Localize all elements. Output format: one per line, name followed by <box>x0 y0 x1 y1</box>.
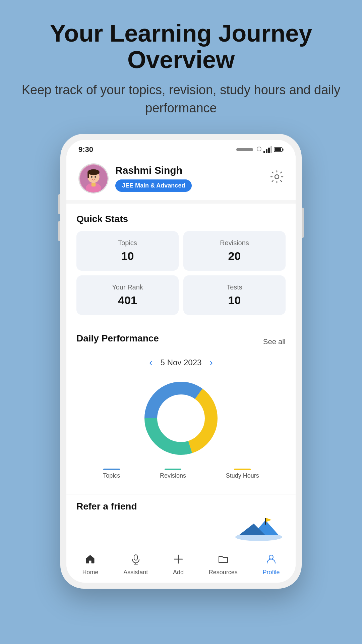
legend-line-topics <box>103 469 120 470</box>
legend-label-topics: Topics <box>103 472 120 479</box>
nav-item-home[interactable]: Home <box>82 554 98 576</box>
date-navigator: ‹ 5 Nov 2023 › <box>76 357 286 368</box>
avatar <box>78 163 109 194</box>
profile-header: Rashmi Singh JEE Main & Advanced <box>66 157 296 200</box>
legend-line-study-hours <box>234 469 251 470</box>
stat-card-topics: Topics 10 <box>76 231 179 271</box>
avatar-image <box>80 165 107 192</box>
phone-mockup: 9:30 <box>60 134 302 589</box>
stat-label-tests: Tests <box>227 283 242 291</box>
stat-label-rank: Your Rank <box>112 283 143 291</box>
page-subtitle: Keep track of your topics, revision, stu… <box>10 81 352 117</box>
daily-performance-title: Daily Performance <box>76 333 159 344</box>
svg-point-22 <box>159 396 203 440</box>
profile-badge: JEE Main & Advanced <box>115 179 192 192</box>
refer-title: Refer a friend <box>76 501 286 512</box>
stats-grid: Topics 10 Revisions 20 Your Rank 401 Tes… <box>76 231 286 315</box>
stat-card-rank: Your Rank 401 <box>76 275 179 315</box>
folder-icon <box>218 554 229 567</box>
status-bar: 9:30 <box>66 140 296 157</box>
nav-item-add[interactable]: Add <box>173 554 184 576</box>
stat-card-revisions: Revisions 20 <box>183 231 286 271</box>
svg-point-16 <box>95 176 96 177</box>
camera-dot <box>257 147 261 153</box>
page-title: Your Learning Journey Overview <box>10 20 352 73</box>
stat-card-tests: Tests 10 <box>183 275 286 315</box>
side-button-power <box>302 208 304 238</box>
donut-chart-container <box>76 375 286 462</box>
phone-screen: 9:30 <box>66 140 296 583</box>
section-divider-1 <box>66 200 296 204</box>
svg-rect-24 <box>265 518 266 525</box>
svg-rect-0 <box>236 148 253 151</box>
svg-rect-8 <box>275 148 281 151</box>
chart-legend: Topics Revisions Study Hours <box>76 469 286 479</box>
refer-section: Refer a friend <box>66 494 296 549</box>
profile-left: Rashmi Singh JEE Main & Advanced <box>78 163 192 194</box>
svg-point-15 <box>91 176 92 177</box>
side-button-volume-up <box>58 194 60 214</box>
stat-label-revisions: Revisions <box>220 239 249 247</box>
date-prev-button[interactable]: ‹ <box>149 357 152 368</box>
quick-stats-title: Quick Stats <box>76 214 286 224</box>
daily-performance-section: Daily Performance See all ‹ 5 Nov 2023 › <box>66 325 296 494</box>
stat-value-topics: 10 <box>121 250 134 263</box>
svg-rect-11 <box>92 183 96 186</box>
refer-illustration <box>232 515 286 542</box>
profile-name: Rashmi Singh <box>115 165 192 176</box>
svg-point-1 <box>257 147 261 151</box>
legend-revisions: Revisions <box>160 469 186 479</box>
svg-rect-3 <box>266 149 267 153</box>
legend-label-revisions: Revisions <box>160 472 186 479</box>
nav-item-resources[interactable]: Resources <box>209 554 238 576</box>
legend-study-hours: Study Hours <box>226 469 259 479</box>
signal-icon <box>263 146 272 153</box>
notch-pill <box>235 147 255 152</box>
daily-performance-header: Daily Performance See all <box>76 333 286 351</box>
nav-label-resources: Resources <box>209 569 238 576</box>
settings-icon[interactable] <box>270 170 284 186</box>
current-date: 5 Nov 2023 <box>161 358 202 367</box>
stat-value-rank: 401 <box>118 294 137 307</box>
quick-stats-section: Quick Stats Topics 10 Revisions 20 Your … <box>66 204 296 322</box>
svg-rect-25 <box>134 555 137 560</box>
nav-item-profile[interactable]: Profile <box>263 554 280 576</box>
plus-icon <box>173 554 184 567</box>
stat-value-tests: 10 <box>228 294 241 307</box>
legend-label-study-hours: Study Hours <box>226 472 259 479</box>
person-icon <box>266 554 277 567</box>
mic-icon <box>130 554 141 567</box>
side-button-volume-down <box>58 221 60 241</box>
svg-rect-5 <box>270 146 272 153</box>
status-time: 9:30 <box>78 145 93 154</box>
nav-item-assistant[interactable]: Assistant <box>123 554 148 576</box>
svg-rect-2 <box>263 151 265 153</box>
stat-value-revisions: 20 <box>228 250 241 263</box>
stat-label-topics: Topics <box>118 239 137 247</box>
date-next-button[interactable]: › <box>209 357 213 368</box>
donut-chart <box>137 375 225 462</box>
nav-label-home: Home <box>82 569 98 576</box>
nav-label-add: Add <box>173 569 184 576</box>
svg-rect-7 <box>283 149 284 151</box>
page-header: Your Learning Journey Overview Keep trac… <box>10 20 352 117</box>
svg-point-13 <box>87 169 100 175</box>
nav-label-assistant: Assistant <box>123 569 148 576</box>
legend-topics: Topics <box>103 469 120 479</box>
see-all-button[interactable]: See all <box>263 337 286 346</box>
svg-rect-4 <box>268 148 270 153</box>
bottom-nav: Home Assistant <box>66 549 296 583</box>
svg-point-17 <box>275 175 279 179</box>
svg-point-30 <box>269 555 273 559</box>
battery-icon <box>274 147 284 152</box>
nav-label-profile: Profile <box>263 569 280 576</box>
status-icons <box>235 146 284 153</box>
home-icon <box>85 554 96 567</box>
profile-info: Rashmi Singh JEE Main & Advanced <box>115 165 192 192</box>
legend-line-revisions <box>165 469 181 470</box>
camera-icon <box>257 147 261 151</box>
svg-rect-14 <box>87 172 89 178</box>
